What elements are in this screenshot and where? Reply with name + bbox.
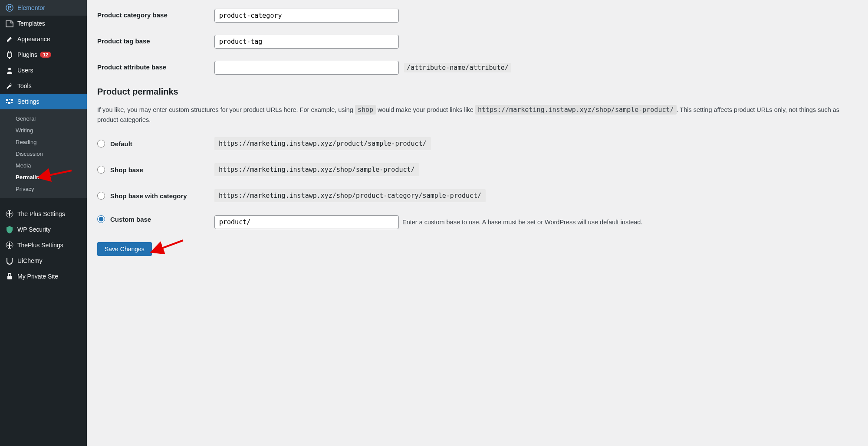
svg-rect-3: [10, 7, 11, 8]
sidebar-item-theplus-settings-2[interactable]: ThePlus Settings: [0, 237, 87, 253]
sidebar-item-tools[interactable]: Tools: [0, 78, 87, 94]
sidebar-item-templates[interactable]: Templates: [0, 16, 87, 31]
elementor-icon: [5, 3, 14, 12]
submenu-item-media[interactable]: Media: [0, 160, 87, 171]
plugins-badge: 12: [40, 52, 51, 58]
product-tag-base-label: Product tag base: [97, 35, 214, 45]
product-category-base-label: Product category base: [97, 9, 214, 19]
svg-rect-8: [11, 99, 13, 101]
permalink-radio-custom-input[interactable]: [97, 215, 105, 223]
submenu-item-privacy[interactable]: Privacy: [0, 183, 87, 195]
plus-icon: [5, 210, 14, 218]
sidebar-label: UiChemy: [17, 257, 43, 264]
svg-rect-11: [11, 102, 13, 103]
sidebar-item-uichemy[interactable]: UiChemy: [0, 253, 87, 269]
appearance-icon: [5, 35, 14, 43]
submenu-item-permalinks[interactable]: Permalinks: [0, 171, 87, 183]
permalink-url-shop-base: https://marketing.instawp.xyz/shop/sampl…: [214, 163, 419, 176]
svg-rect-1: [8, 6, 9, 10]
svg-rect-9: [6, 102, 7, 103]
svg-line-12: [47, 171, 72, 176]
submenu-item-discussion[interactable]: Discussion: [0, 148, 87, 160]
annotation-arrow-icon: [157, 239, 187, 257]
svg-rect-2: [10, 6, 11, 7]
permalink-radio-custom[interactable]: Custom base: [97, 215, 214, 223]
custom-base-description: Enter a custom base to use. A base must …: [402, 217, 642, 227]
svg-rect-7: [9, 99, 10, 100]
sidebar-item-plugins[interactable]: Plugins 12: [0, 47, 87, 62]
sidebar-item-theplus-settings[interactable]: The Plus Settings: [0, 206, 87, 222]
permalink-radio-shop-base-input[interactable]: [97, 166, 105, 174]
sidebar-item-users[interactable]: Users: [0, 62, 87, 78]
templates-icon: [5, 19, 14, 28]
tools-icon: [5, 82, 14, 90]
sidebar-submenu: General Writing Reading Discussion Media…: [0, 109, 87, 198]
sidebar-label: Users: [17, 67, 33, 74]
save-changes-button[interactable]: Save Changes: [97, 242, 152, 256]
permalink-radio-shop-base[interactable]: Shop base: [97, 166, 214, 174]
svg-rect-6: [6, 99, 8, 101]
svg-point-5: [8, 68, 11, 70]
submenu-item-reading[interactable]: Reading: [0, 136, 87, 148]
permalink-url-default: https://marketing.instawp.xyz/product/sa…: [214, 137, 431, 150]
admin-sidebar: Elementor Templates Appearance Plugins 1…: [0, 0, 87, 446]
svg-rect-4: [10, 9, 11, 10]
sidebar-label: Templates: [17, 20, 45, 27]
plugins-icon: [5, 50, 14, 59]
product-category-base-input[interactable]: [214, 9, 399, 23]
svg-rect-10: [8, 102, 10, 104]
sidebar-label: Elementor: [17, 4, 45, 11]
sidebar-label: Tools: [17, 82, 32, 89]
sidebar-label: Plugins: [17, 51, 37, 58]
sidebar-item-my-private-site[interactable]: My Private Site: [0, 269, 87, 284]
custom-base-input[interactable]: [214, 215, 399, 229]
sidebar-label: My Private Site: [17, 273, 58, 280]
permalink-radio-default-input[interactable]: [97, 140, 105, 148]
permalink-radio-shop-base-category-input[interactable]: [97, 192, 105, 200]
ui-icon: [5, 256, 14, 265]
lock-icon: [5, 272, 14, 281]
submenu-item-writing[interactable]: Writing: [0, 125, 87, 136]
permalink-radio-shop-base-category[interactable]: Shop base with category: [97, 192, 214, 200]
sidebar-label: WP Security: [17, 226, 51, 233]
permalinks-section-title: Product permalinks: [97, 87, 858, 97]
sidebar-label: Appearance: [17, 36, 50, 43]
submenu-item-general[interactable]: General: [0, 113, 87, 125]
sidebar-item-appearance[interactable]: Appearance: [0, 31, 87, 47]
main-content: Product category base Product tag base P…: [87, 0, 868, 446]
sidebar-label: The Plus Settings: [17, 210, 65, 217]
product-attribute-base-input[interactable]: [214, 61, 399, 75]
sidebar-item-settings[interactable]: Settings: [0, 94, 87, 109]
settings-icon: [5, 97, 14, 106]
shield-icon: [5, 225, 14, 234]
svg-line-16: [160, 240, 183, 249]
sidebar-label: ThePlus Settings: [17, 242, 63, 249]
attribute-base-hint: /attribute-name/attribute/: [404, 63, 511, 72]
sidebar-item-wp-security[interactable]: WP Security: [0, 222, 87, 237]
permalink-url-shop-base-category: https://marketing.instawp.xyz/shop/produ…: [214, 189, 486, 202]
product-attribute-base-label: Product attribute base: [97, 61, 214, 71]
sidebar-label: Settings: [17, 98, 39, 105]
sidebar-item-elementor[interactable]: Elementor: [0, 0, 87, 16]
permalink-radio-default[interactable]: Default: [97, 140, 214, 148]
svg-rect-15: [7, 276, 12, 279]
permalinks-description: If you like, you may enter custom struct…: [97, 105, 858, 125]
product-tag-base-input[interactable]: [214, 35, 399, 49]
users-icon: [5, 66, 14, 75]
separator: [0, 198, 87, 206]
plus-icon: [5, 241, 14, 249]
